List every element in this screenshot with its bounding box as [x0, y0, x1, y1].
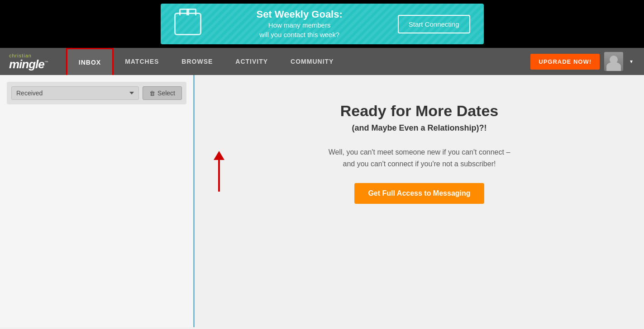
calendar-icon — [174, 13, 201, 35]
cta-body: Well, you can't meet someone new if you … — [329, 146, 510, 169]
nav-item-inbox[interactable]: INBOX — [66, 48, 114, 75]
sidebar: Received 🗑 Select — [0, 75, 195, 327]
select-button[interactable]: 🗑 Select — [143, 86, 182, 100]
top-banner: Set Weekly Goals: How many memberswill y… — [0, 0, 644, 48]
nav-item-browse[interactable]: BROWSE — [170, 48, 224, 75]
sidebar-controls: Received 🗑 Select — [7, 82, 186, 104]
nav-item-community[interactable]: COMMUNITY — [279, 48, 345, 75]
nav-item-activity[interactable]: ACTIVITY — [224, 48, 279, 75]
get-full-access-button[interactable]: Get Full Access to Messaging — [354, 183, 484, 204]
start-connecting-button[interactable]: Start Connecting — [398, 15, 470, 33]
banner-main-text: Set Weekly Goals: — [210, 9, 389, 20]
main-content: Received 🗑 Select Ready for More Dates (… — [0, 75, 644, 327]
banner-sub-text: How many memberswill you contact this we… — [210, 20, 389, 39]
trash-icon: 🗑 — [149, 90, 155, 97]
cta-subtitle: (and Maybe Even a Relationship)?! — [329, 123, 510, 133]
cta-title: Ready for More Dates — [329, 102, 510, 120]
avatar — [604, 52, 623, 71]
nav-item-matches[interactable]: MATCHES — [114, 48, 170, 75]
logo-mingle: mingle™ — [9, 58, 48, 70]
upgrade-now-button[interactable]: UPGRADE NOW! — [530, 54, 600, 70]
nav-items: INBOX MATCHES BROWSE ACTIVITY COMMUNITY — [66, 48, 530, 75]
logo: christian mingle™ — [9, 53, 48, 70]
nav-right: UPGRADE NOW! ▾ — [530, 52, 635, 71]
folder-dropdown[interactable]: Received — [11, 86, 139, 100]
main-body: Ready for More Dates (and Maybe Even a R… — [195, 75, 644, 327]
banner-inner: Set Weekly Goals: How many memberswill y… — [161, 4, 484, 44]
folder-dropdown-value: Received — [16, 89, 43, 97]
avatar-dropdown-button[interactable]: ▾ — [628, 58, 635, 65]
cta-box: Ready for More Dates (and Maybe Even a R… — [329, 102, 510, 204]
chevron-down-icon — [129, 92, 134, 94]
avatar-image — [604, 52, 623, 71]
navbar: christian mingle™ INBOX MATCHES BROWSE A… — [0, 48, 644, 75]
banner-text: Set Weekly Goals: How many memberswill y… — [210, 9, 389, 39]
